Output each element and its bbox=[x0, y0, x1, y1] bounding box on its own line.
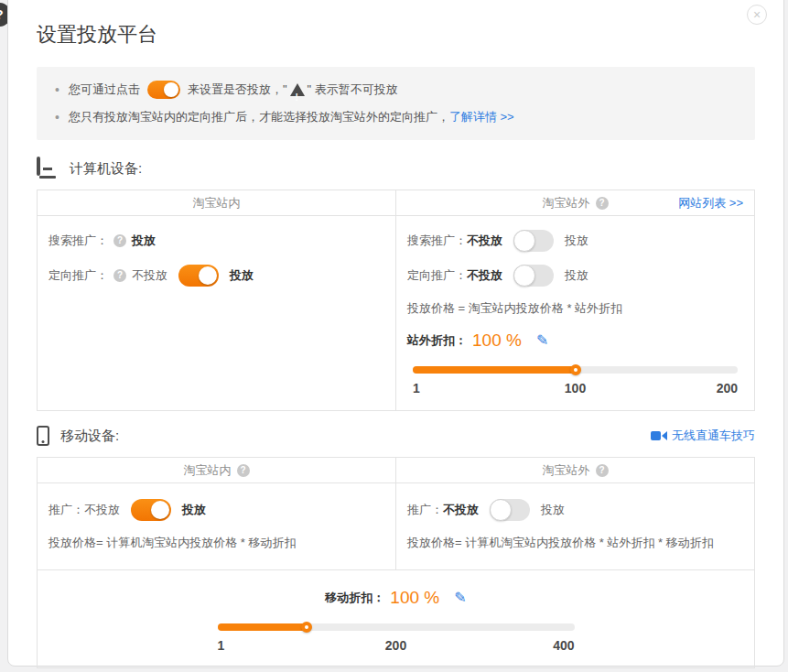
question-mark-icon[interactable]: ? bbox=[596, 197, 609, 210]
scale-max: 200 bbox=[717, 381, 738, 396]
notice-2-text: 您只有投放淘宝站内的定向推广后，才能选择投放淘宝站外的定向推广， bbox=[69, 103, 449, 131]
slider-fill bbox=[218, 623, 308, 631]
mobile-onsite-promo-row: 推广： 不投放 投放 bbox=[49, 493, 384, 527]
notice-1-pre: 您可通过点击 bbox=[69, 76, 140, 103]
scale-mid: 100 bbox=[565, 381, 586, 396]
target-on-label: 投放 bbox=[565, 267, 588, 284]
mobile-discount-row: 移动折扣： 100 % ✎ 1 200 400 bbox=[38, 569, 754, 667]
offsite-discount-value: 100 % bbox=[472, 331, 522, 351]
target-promo-label: 定向推广： bbox=[49, 267, 108, 284]
mobile-discount-label: 移动折扣： bbox=[325, 590, 384, 606]
computer-section-title: 计算机设备: bbox=[70, 160, 142, 178]
mobile-onsite-header-label: 淘宝站内 bbox=[184, 462, 232, 479]
computer-offsite-header-label: 淘宝站外 bbox=[543, 195, 590, 211]
search-on-label: 投放 bbox=[565, 233, 588, 249]
scale-mid: 200 bbox=[385, 638, 406, 653]
search-off-label: 不投放 bbox=[467, 233, 502, 249]
offsite-target-row: 定向推广： 不投放 投放 bbox=[407, 258, 743, 293]
notice-box: • 您可通过点击 来设置是否投放，" " 表示暂不可投放 • 您只有投放淘宝站内… bbox=[37, 67, 755, 140]
site-list-link[interactable]: 网站列表 >> bbox=[678, 195, 743, 211]
promo-label: 推广： bbox=[49, 502, 84, 518]
mobile-offsite-formula: 投放价格= 计算机淘宝站内投放价格 * 站外折扣 * 移动折扣 bbox=[407, 527, 743, 558]
mobile-offsite-promo-row: 推广： 不投放 投放 bbox=[407, 493, 743, 527]
slider-handle[interactable] bbox=[301, 622, 312, 633]
notice-line-1: • 您可通过点击 来设置是否投放，" " 表示暂不可投放 bbox=[55, 76, 737, 103]
search-promo-label: 搜索推广： bbox=[49, 233, 108, 249]
mobile-discount-value: 100 % bbox=[390, 588, 439, 608]
offsite-discount-label: 站外折扣： bbox=[407, 332, 467, 349]
mobile-section-title: 移动设备: bbox=[60, 428, 119, 445]
question-mark-icon[interactable]: ? bbox=[596, 464, 609, 477]
offsite-search-toggle[interactable] bbox=[513, 230, 554, 252]
promo-on-label: 投放 bbox=[541, 502, 565, 518]
onsite-target-toggle[interactable] bbox=[178, 265, 219, 287]
scale-max: 400 bbox=[553, 638, 574, 653]
page-title: 设置投放平台 bbox=[37, 21, 755, 49]
learn-more-link[interactable]: 了解详情 >> bbox=[449, 103, 514, 131]
mobile-platform-table: 淘宝站内 ? 淘宝站外 ? 推广： 不投放 投放 投放价格= 计算机淘宝站内投 bbox=[37, 457, 755, 668]
computer-onsite-header: 淘宝站内 bbox=[38, 190, 395, 215]
computer-onsite-cell: 搜索推广： ? 投放 定向推广： ? 不投放 投放 bbox=[38, 216, 395, 410]
mobile-table-body: 推广： 不投放 投放 投放价格= 计算机淘宝站内投放价格 * 移动折扣 推广： … bbox=[38, 483, 754, 569]
edit-pencil-icon[interactable]: ✎ bbox=[536, 333, 548, 348]
mobile-offsite-toggle[interactable] bbox=[490, 499, 530, 521]
computer-table-header: 淘宝站内 淘宝站外 ? 网站列表 >> bbox=[38, 190, 754, 216]
bullet-icon: • bbox=[55, 103, 59, 131]
slider-handle[interactable] bbox=[570, 364, 581, 375]
mobile-onsite-toggle[interactable] bbox=[131, 499, 171, 521]
mobile-section-header: 移动设备: 无线直通车技巧 bbox=[37, 426, 755, 446]
question-mark-icon[interactable]: ? bbox=[113, 234, 126, 247]
mobile-table-header: 淘宝站内 ? 淘宝站外 ? bbox=[38, 458, 754, 483]
mobile-offsite-cell: 推广： 不投放 投放 投放价格= 计算机淘宝站内投放价格 * 站外折扣 * 移动… bbox=[395, 483, 754, 569]
target-on-label: 投放 bbox=[230, 267, 254, 284]
edit-pencil-icon[interactable]: ✎ bbox=[454, 591, 466, 605]
search-promo-value: 投放 bbox=[132, 233, 156, 249]
computer-platform-table: 淘宝站内 淘宝站外 ? 网站列表 >> 搜索推广： ? 投放 定向推广： bbox=[37, 190, 755, 411]
computer-icon bbox=[37, 158, 59, 179]
promo-off-label: 不投放 bbox=[443, 502, 479, 518]
mobile-discount-line: 移动折扣： 100 % ✎ bbox=[38, 581, 754, 614]
toggle-example-icon bbox=[147, 81, 180, 99]
mobile-offsite-header-label: 淘宝站外 bbox=[543, 462, 590, 479]
wireless-tips-label: 无线直通车技巧 bbox=[672, 428, 755, 444]
onsite-search-row: 搜索推广： ? 投放 bbox=[49, 223, 384, 258]
computer-offsite-header: 淘宝站外 ? 网站列表 >> bbox=[395, 190, 754, 215]
promo-on-label: 投放 bbox=[182, 502, 206, 518]
mobile-offsite-header: 淘宝站外 ? bbox=[395, 458, 754, 482]
mobile-onsite-cell: 推广： 不投放 投放 投放价格= 计算机淘宝站内投放价格 * 移动折扣 bbox=[38, 483, 395, 569]
target-promo-label: 定向推广： bbox=[407, 267, 467, 284]
offsite-price-formula: 投放价格 = 淘宝站内投放价格 * 站外折扣 bbox=[407, 293, 743, 324]
question-mark-icon[interactable]: ? bbox=[113, 269, 126, 282]
notice-line-2: • 您只有投放淘宝站内的定向推广后，才能选择投放淘宝站外的定向推广， 了解详情 … bbox=[55, 103, 737, 131]
offsite-target-toggle[interactable] bbox=[513, 265, 554, 287]
scale-min: 1 bbox=[413, 381, 420, 396]
warning-icon bbox=[290, 83, 305, 96]
offsite-discount-line: 站外折扣： 100 % ✎ bbox=[407, 324, 743, 357]
target-off-label: 不投放 bbox=[467, 267, 502, 284]
mobile-discount-slider-wrap: 1 200 400 bbox=[218, 623, 575, 655]
set-platform-dialog: × 设置投放平台 • 您可通过点击 来设置是否投放，" " 表示暂不可投放 • … bbox=[7, 0, 784, 667]
mobile-slider-scale: 1 200 400 bbox=[218, 638, 575, 655]
bullet-icon: • bbox=[55, 76, 59, 103]
promo-label: 推广： bbox=[407, 502, 443, 518]
video-camera-icon bbox=[651, 431, 667, 440]
mobile-discount-slider[interactable] bbox=[218, 623, 575, 631]
mobile-onsite-header: 淘宝站内 ? bbox=[38, 458, 395, 482]
offsite-discount-slider-wrap: 1 100 200 bbox=[413, 366, 738, 397]
search-promo-label: 搜索推广： bbox=[407, 233, 467, 249]
mobile-onsite-formula: 投放价格= 计算机淘宝站内投放价格 * 移动折扣 bbox=[49, 527, 384, 558]
offsite-discount-slider[interactable] bbox=[413, 366, 738, 374]
notice-1-end: " 表示暂不可投放 bbox=[308, 76, 398, 103]
computer-section-header: 计算机设备: bbox=[37, 158, 755, 179]
promo-off-label: 不投放 bbox=[84, 502, 120, 518]
onsite-target-row: 定向推广： ? 不投放 投放 bbox=[49, 258, 384, 293]
notice-1-mid: 来设置是否投放，" bbox=[188, 76, 287, 103]
phone-icon bbox=[37, 426, 49, 446]
computer-onsite-header-label: 淘宝站内 bbox=[193, 195, 241, 211]
question-mark-icon[interactable]: ? bbox=[237, 464, 250, 477]
wireless-tips-link[interactable]: 无线直通车技巧 bbox=[651, 428, 755, 444]
close-icon[interactable]: × bbox=[747, 5, 767, 25]
scale-min: 1 bbox=[218, 638, 225, 653]
target-off-label: 不投放 bbox=[132, 267, 167, 284]
offsite-slider-scale: 1 100 200 bbox=[413, 381, 738, 397]
